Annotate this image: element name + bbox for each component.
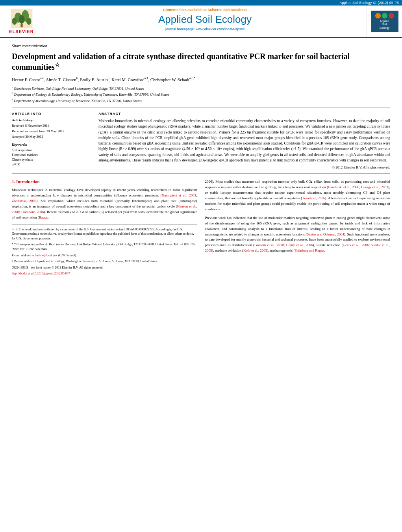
intro-heading: 1. Introduction xyxy=(12,179,197,185)
footnote-star-symbol: ☆ xyxy=(12,228,15,231)
accepted-date: Accepted 30 May 2012 xyxy=(12,135,91,139)
footnotes: ☆ ☆ This work has been authored by a con… xyxy=(12,224,197,276)
journal-header: ELSEVIER Contents lists available at Sci… xyxy=(0,6,402,38)
footnote-star-text: ☆ This work has been authored by a contr… xyxy=(12,228,194,240)
svg-point-5 xyxy=(12,18,17,25)
intro-para-3: Previous work has indicated that the use… xyxy=(205,215,391,254)
journal-name: Applied Soil Ecology xyxy=(158,13,252,26)
intro-para-2: 2006). Most studies that measure soil re… xyxy=(205,179,391,212)
divider-2 xyxy=(12,173,390,174)
logo-circle-1 xyxy=(375,13,381,19)
footnote-corresponding-text: * Corresponding author at: Biosciences D… xyxy=(12,243,195,251)
abstract-col: ABSTRACT Molecular innovations in microb… xyxy=(98,112,390,169)
doi-link[interactable]: http://dx.doi.org/10.1016/j.apsoil.2012.… xyxy=(12,272,70,275)
abstract-paragraph: Molecular innovations in microbial ecolo… xyxy=(98,118,390,163)
email-note: (C.W. Schadt). xyxy=(58,254,77,257)
ref-henry[interactable]: Henry et al., 2006 xyxy=(286,243,313,247)
email-label: E-mail address: xyxy=(12,254,31,257)
revised-date: Received in revised form 29 May 2012 xyxy=(12,129,91,134)
affiliations: a Biosciences Division, Oak Ridge Nation… xyxy=(12,85,390,104)
footnote-present-address: 1 Present address: Department of Biology… xyxy=(12,259,197,264)
ref-graham[interactable]: Graham et al., 2010 xyxy=(254,243,283,247)
sciverse-bar: Contents lists available at SciVerse Sci… xyxy=(163,8,247,12)
ref-trumbore2006a[interactable]: Trumbore, 2006 xyxy=(21,210,44,214)
keyword-1: Soil respiration xyxy=(12,148,91,152)
footnote-email: E-mail address: schadtcw@ornl.gov (C.W. … xyxy=(12,253,197,258)
elsevier-logo-box: ELSEVIER xyxy=(0,6,43,37)
body-left-col: 1. Introduction Molecular techniques in … xyxy=(12,179,197,278)
abstract-label: ABSTRACT xyxy=(98,112,390,116)
svg-point-3 xyxy=(19,15,24,24)
svg-point-6 xyxy=(26,18,31,25)
body-section: 1. Introduction Molecular techniques in … xyxy=(12,179,390,278)
intro-number: 1. xyxy=(12,179,15,184)
article-info-section-label: Article Info xyxy=(12,112,91,116)
body-right-col: 2006). Most studies that measure soil re… xyxy=(205,179,391,278)
keyword-3: Citrate synthase xyxy=(12,158,91,161)
svg-rect-4 xyxy=(20,24,22,27)
intro-title: Introduction xyxy=(16,179,40,184)
article-info-col: Article Info Article history: Received 8… xyxy=(12,112,91,169)
article-history-label: Article history: xyxy=(12,118,91,122)
citation-text: Applied Soil Ecology 61 (2012) 69–75 xyxy=(339,1,399,5)
journal-homepage: journal homepage: www.elsevier.com/locat… xyxy=(165,27,245,31)
ref-gaudinski[interactable]: Gaudinski et al., 2000 xyxy=(328,185,359,189)
footnote-corresponding: * * Corresponding author at: Biosciences… xyxy=(12,242,197,251)
ref-geets[interactable]: Geets et al., 2006 xyxy=(343,243,369,247)
logo-circles xyxy=(375,13,394,19)
logo-circle-2 xyxy=(382,13,387,19)
elsevier-logo: ELSEVIER xyxy=(9,9,33,34)
article-title: Development and validation of a citrate … xyxy=(12,51,390,72)
page: Applied Soil Ecology 61 (2012) 69–75 ELS… xyxy=(0,0,402,532)
copyright: © 2012 Elsevier B.V. All rights reserved… xyxy=(98,165,390,169)
footnote-doi: http://dx.doi.org/10.1016/j.apsoil.2012.… xyxy=(12,271,197,276)
ref-zwolinski[interactable]: Zwolinski, 2007 xyxy=(12,199,36,203)
elsevier-text: ELSEVIER xyxy=(9,29,33,34)
article-type: Short communication xyxy=(12,44,390,48)
title-star: ☆ xyxy=(55,62,60,68)
abstract-text: Molecular innovations in microbial ecolo… xyxy=(98,118,390,163)
footnote-issn: 0929-1393/$ – see front matter © 2012 El… xyxy=(12,265,197,270)
journal-logo-icon: AppliedSoilEcology xyxy=(371,11,398,32)
email-link[interactable]: schadtcw@ornl.gov xyxy=(32,254,57,257)
elsevier-tree-icon xyxy=(10,9,33,28)
info-abstract-section: Article Info Article history: Received 8… xyxy=(12,112,390,169)
ref-steinberg[interactable]: Steinberg and Regan, xyxy=(295,248,325,252)
intro-para-1: Molecular techniques in microbial ecolog… xyxy=(12,187,197,221)
journal-logo-box: AppliedSoilEcology xyxy=(367,6,402,37)
keywords-label: Keywords: xyxy=(12,143,91,146)
ref-trumbore2006b[interactable]: Trumbore, 2006 xyxy=(302,196,325,200)
keyword-2: Functional markers xyxy=(12,153,91,157)
ref-george[interactable]: George et al., 2003 xyxy=(361,185,388,189)
journal-title-box: Contents lists available at SciVerse Sci… xyxy=(43,6,367,37)
ref-kolb[interactable]: Kolb et al., 2003 xyxy=(243,248,267,252)
keyword-4: qPCR xyxy=(12,162,91,166)
ref-nannipieri[interactable]: Nannipieri et al., 2003 xyxy=(162,193,196,197)
authors: Hector F. Castroa,c, Aimée T. Classenb, … xyxy=(12,76,390,83)
logo-circle-3 xyxy=(389,13,394,19)
citation-bar: Applied Soil Ecology 61 (2012) 69–75 xyxy=(0,0,402,6)
divider-1 xyxy=(12,108,390,108)
logo-label: AppliedSoilEcology xyxy=(380,20,389,30)
footnote-star: ☆ ☆ This work has been authored by a con… xyxy=(12,227,197,241)
main-content: Short communication Development and vali… xyxy=(0,38,402,282)
ref-santos[interactable]: Santos and Ochman, 2004 xyxy=(307,232,344,236)
ref-baggs[interactable]: Baggs, xyxy=(39,215,49,219)
received-date: Received 8 November 2011 xyxy=(12,124,91,128)
